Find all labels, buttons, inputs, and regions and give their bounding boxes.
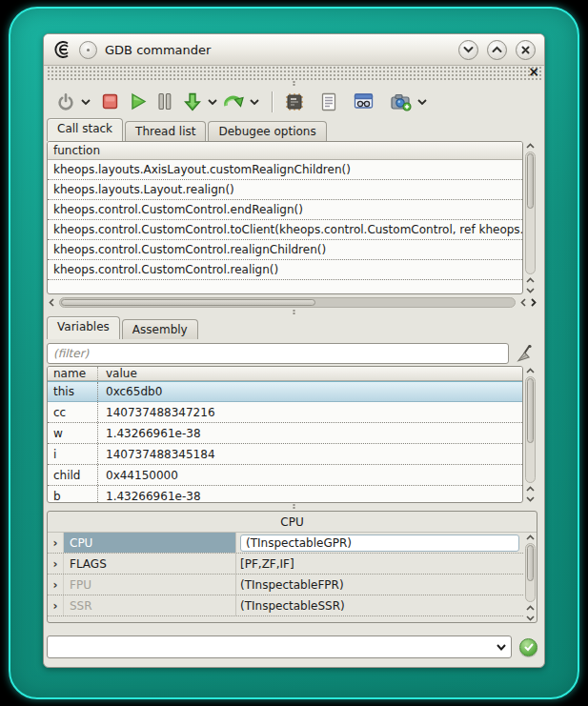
scroll-track[interactable] <box>525 151 536 274</box>
scroll-up-icon[interactable] <box>526 275 535 285</box>
variable-row[interactable]: child 0x44150000 <box>48 465 522 486</box>
watch-view-button[interactable] <box>351 91 376 112</box>
cpu-inspector-panel: CPU › CPU (TInspectableGPR) › FLAGS [PF,… <box>47 511 537 623</box>
scroll-up-icon[interactable] <box>526 603 535 613</box>
document-icon <box>321 92 336 111</box>
scroll-thumb[interactable] <box>527 153 534 209</box>
command-input[interactable] <box>53 637 496 656</box>
close-icon <box>521 46 530 54</box>
clear-filter-button[interactable] <box>513 342 537 365</box>
step-into-button[interactable] <box>180 91 205 113</box>
scroll-track[interactable] <box>525 543 536 602</box>
call-stack-header[interactable]: function <box>48 142 522 160</box>
variable-row[interactable]: i 140737488345184 <box>48 444 522 465</box>
cpu-register-row[interactable]: › FLAGS [PF,ZF,IF] <box>48 554 523 575</box>
variable-name: i <box>48 444 97 464</box>
call-stack-row[interactable]: kheops.control.CustomControl.toClient(kh… <box>48 220 522 240</box>
dock-grip-handle[interactable]: × <box>46 66 542 80</box>
pause-button[interactable] <box>155 91 174 112</box>
scroll-thumb[interactable] <box>527 545 534 581</box>
expander-icon[interactable]: › <box>48 533 64 553</box>
expander-icon[interactable]: › <box>48 595 64 615</box>
top-tab-bar: Call stack Thread list Debugee options <box>44 118 544 141</box>
run-button[interactable] <box>127 91 150 112</box>
tab-call-stack[interactable]: Call stack <box>47 118 123 141</box>
scroll-thumb[interactable] <box>61 299 315 306</box>
column-value[interactable]: value <box>97 367 522 380</box>
expander-icon[interactable]: › <box>48 575 64 595</box>
tab-variables[interactable]: Variables <box>47 316 120 339</box>
minimize-button[interactable] <box>458 40 478 60</box>
register-value-field[interactable]: (TInspectableGPR) <box>240 535 519 552</box>
step-over-menu-button[interactable] <box>247 96 262 108</box>
scroll-left-icon[interactable] <box>518 297 528 307</box>
dock-splitter[interactable] <box>44 80 544 85</box>
cpu-register-row[interactable]: › CPU (TInspectableGPR) <box>48 533 523 554</box>
tab-assembly[interactable]: Assembly <box>122 319 198 339</box>
panel-splitter[interactable] <box>44 503 544 511</box>
send-command-button[interactable] <box>519 638 537 656</box>
tab-thread-list[interactable]: Thread list <box>125 121 206 141</box>
cpu-register-row[interactable]: › FPU (TInspectableFPR) <box>48 575 523 595</box>
filter-input[interactable] <box>47 343 509 364</box>
scroll-up-icon[interactable] <box>526 484 535 494</box>
step-into-menu-button[interactable] <box>205 96 220 108</box>
snapshot-button[interactable] <box>388 91 415 113</box>
call-stack-vscrollbar[interactable] <box>523 141 537 294</box>
snapshot-menu-button[interactable] <box>415 96 430 108</box>
check-icon <box>524 643 534 652</box>
call-stack-row[interactable]: kheops.control.CustomControl.endRealign(… <box>48 200 522 220</box>
variable-row[interactable]: b 1.43266961e-38 <box>48 486 522 503</box>
dock-close-icon[interactable]: × <box>528 65 539 79</box>
scroll-right-icon[interactable] <box>528 297 537 307</box>
output-view-button[interactable] <box>318 91 339 113</box>
scroll-up-icon[interactable] <box>526 533 535 542</box>
maximize-button[interactable] <box>487 40 507 60</box>
scroll-down-icon[interactable] <box>526 494 535 503</box>
register-name: SSR <box>64 595 235 615</box>
variable-row[interactable]: cc 140737488347216 <box>48 402 522 423</box>
cpu-register-row[interactable]: › SSR (TInspectableSSR) <box>48 595 523 616</box>
expander-icon[interactable]: › <box>48 554 64 574</box>
call-stack-row[interactable]: kheops.control.CustomControl.realign() <box>48 260 522 280</box>
call-stack-row[interactable]: kheops.control.CustomControl.realignChil… <box>48 240 522 260</box>
scroll-left-icon[interactable] <box>47 297 56 307</box>
desktop-background: GDB commander × <box>0 0 588 706</box>
cpu-view-button[interactable] <box>282 91 307 113</box>
call-stack-row[interactable]: kheops.layouts.AxisLayout.customRealignC… <box>48 160 522 180</box>
app-logo-icon <box>52 40 71 59</box>
panel-splitter[interactable] <box>44 309 544 316</box>
close-button[interactable] <box>516 40 536 60</box>
tab-debugee-options[interactable]: Debugee options <box>208 121 326 141</box>
scroll-track[interactable] <box>59 297 516 308</box>
column-name[interactable]: name <box>48 367 97 380</box>
variables-table-header[interactable]: name value <box>48 367 522 381</box>
step-over-button[interactable] <box>220 91 247 113</box>
scroll-thumb[interactable] <box>527 378 534 443</box>
call-stack-row[interactable]: kheops.layouts.Layout.realign() <box>48 180 522 200</box>
scroll-up-icon[interactable] <box>526 141 535 151</box>
variable-name: child <box>48 465 97 485</box>
chevron-down-icon[interactable] <box>496 643 507 652</box>
camera-add-icon <box>391 92 412 111</box>
register-name: CPU <box>64 533 235 553</box>
scroll-down-icon[interactable] <box>526 285 535 294</box>
play-icon <box>130 92 147 111</box>
variable-name: b <box>48 486 97 503</box>
call-stack-hscrollbar[interactable] <box>47 295 537 309</box>
scroll-down-icon[interactable] <box>526 613 535 622</box>
variable-row[interactable]: this 0xc65db0 <box>48 381 522 402</box>
cpu-chip-icon <box>285 92 304 111</box>
variable-row[interactable]: w 1.43266961e-38 <box>48 423 522 444</box>
cpu-vscrollbar[interactable] <box>523 533 537 622</box>
title-bar[interactable]: GDB commander <box>44 34 544 66</box>
power-menu-button[interactable] <box>78 96 93 108</box>
scroll-up-icon[interactable] <box>526 366 535 375</box>
power-button[interactable] <box>53 91 78 113</box>
window-menu-button[interactable] <box>79 41 97 59</box>
scroll-track[interactable] <box>525 376 536 483</box>
variables-vscrollbar[interactable] <box>523 366 537 503</box>
command-combobox[interactable] <box>47 635 512 658</box>
stop-button[interactable] <box>99 91 121 111</box>
chevron-down-icon <box>208 98 217 106</box>
